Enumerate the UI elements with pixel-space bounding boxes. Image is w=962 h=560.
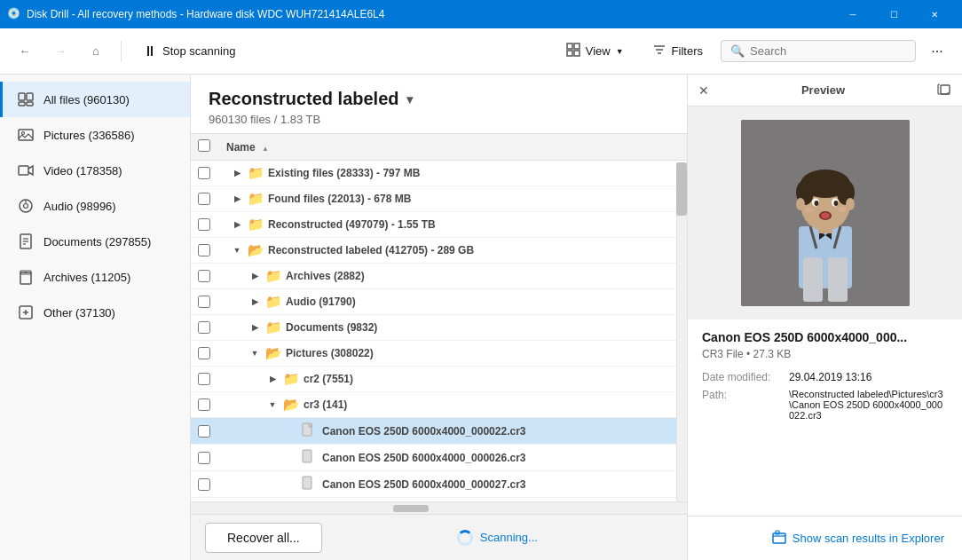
- svg-rect-13: [19, 166, 28, 175]
- search-input[interactable]: [750, 44, 892, 58]
- row-checkbox[interactable]: [198, 167, 210, 179]
- row-checkbox[interactable]: [198, 321, 210, 334]
- expand-icon[interactable]: ▼: [248, 346, 262, 360]
- vertical-scrollbar[interactable]: [676, 162, 687, 501]
- row-label: cr3 (141): [304, 398, 347, 411]
- table-row[interactable]: Canon EOS 250D 6000x4000_000027.cr3: [191, 471, 687, 498]
- table-row[interactable]: Canon EOS 250D 6000x4000_000026.cr3: [191, 445, 687, 471]
- table-row[interactable]: ▶ 📁 Audio (91790): [191, 289, 687, 315]
- table-row[interactable]: ▼ 📂 Reconstructed labeled (412705) - 289…: [191, 238, 687, 264]
- minimize-button[interactable]: ─: [832, 0, 873, 28]
- sidebar-item-pictures[interactable]: Pictures (336586): [0, 117, 190, 153]
- row-label: Reconstructed (497079) - 1.55 TB: [268, 218, 436, 231]
- cr3-file-icon: [301, 422, 315, 439]
- table-row[interactable]: Canon EOS 250D 6000x4000_000022.cr3: [191, 418, 687, 445]
- row-checkbox[interactable]: [198, 425, 210, 438]
- expand-icon[interactable]: ▶: [248, 269, 262, 283]
- scrollbar-thumb[interactable]: [676, 162, 687, 216]
- row-checkbox[interactable]: [198, 452, 210, 464]
- row-label: Canon EOS 250D 6000x4000_000027.cr3: [322, 478, 526, 491]
- folder-icon: 📂: [265, 345, 282, 361]
- table-row[interactable]: ▶ 📁 Found files (22013) - 678 MB: [191, 186, 687, 212]
- table-row[interactable]: ▶ 📁 Documents (9832): [191, 315, 687, 341]
- row-checkbox[interactable]: [198, 347, 210, 359]
- view-chevron-icon: ▼: [616, 47, 624, 56]
- more-button[interactable]: ···: [923, 37, 951, 66]
- expand-icon[interactable]: ▼: [265, 398, 280, 412]
- select-all-checkbox[interactable]: [198, 139, 210, 152]
- all-files-icon: [17, 91, 35, 108]
- path-value: \Reconstructed labeled\Pictures\cr3\Cano…: [789, 389, 948, 421]
- sidebar-item-archives[interactable]: Archives (11205): [0, 259, 190, 295]
- cr3-file-icon: [301, 449, 315, 466]
- stop-scanning-button[interactable]: ⏸ Stop scanning: [132, 38, 246, 65]
- sort-icon[interactable]: ▲: [262, 145, 269, 153]
- svg-rect-56: [773, 533, 785, 543]
- content-title-text: Reconstructed labeled: [209, 89, 399, 109]
- sidebar-item-other[interactable]: Other (37130): [0, 295, 190, 330]
- row-checkbox[interactable]: [198, 478, 210, 491]
- folder-icon: 📁: [265, 294, 282, 310]
- table-row[interactable]: ▶ 📁 Reconstructed (497079) - 1.55 TB: [191, 212, 687, 238]
- date-modified-label: Date modified:: [702, 371, 782, 383]
- horizontal-scrollbar[interactable]: [191, 501, 687, 514]
- content-subtitle: 960130 files / 1.83 TB: [209, 113, 669, 126]
- filters-button[interactable]: Filters: [642, 37, 714, 65]
- show-scan-results-button[interactable]: Show scan results in Explorer: [761, 524, 955, 553]
- cr3-file-icon: [301, 476, 315, 493]
- view-button[interactable]: View ▼: [556, 37, 635, 65]
- row-checkbox[interactable]: [198, 193, 210, 205]
- table-row[interactable]: ▼ 📂 cr3 (141): [191, 392, 687, 418]
- row-label: Pictures (308022): [286, 347, 374, 359]
- expand-icon[interactable]: ▶: [265, 372, 280, 386]
- dropdown-chevron-icon[interactable]: ▾: [406, 92, 413, 106]
- table-row[interactable]: ▶ 📁 Archives (2882): [191, 264, 687, 289]
- sidebar-item-audio[interactable]: Audio (98996): [0, 188, 190, 224]
- back-button[interactable]: ←: [11, 37, 39, 66]
- row-checkbox[interactable]: [198, 270, 210, 282]
- expand-icon[interactable]: ▶: [230, 217, 244, 232]
- folder-icon: 📁: [248, 191, 264, 207]
- row-checkbox[interactable]: [198, 244, 210, 256]
- row-checkbox[interactable]: [198, 373, 210, 385]
- file-tree-header: Name ▲: [191, 134, 687, 161]
- svg-rect-7: [19, 93, 25, 100]
- show-scan-results-label: Show scan results in Explorer: [792, 532, 944, 545]
- svg-rect-55: [818, 225, 832, 233]
- preview-copy-button[interactable]: [937, 82, 951, 99]
- table-row[interactable]: ▼ 📂 Pictures (308022): [191, 341, 687, 367]
- recover-all-button[interactable]: Recover all...: [205, 523, 322, 553]
- pause-icon: ⏸: [143, 43, 157, 59]
- bottom-bar: Recover all... Scanning...: [191, 514, 687, 560]
- table-row[interactable]: ▶ 📁 cr2 (7551): [191, 367, 687, 392]
- row-checkbox[interactable]: [198, 218, 210, 231]
- sidebar-item-documents[interactable]: Documents (297855): [0, 224, 190, 259]
- svg-rect-0: [567, 43, 572, 49]
- table-row[interactable]: ▶ 📁 Existing files (28333) - 797 MB: [191, 161, 687, 186]
- meta-path-row: Path: \Reconstructed labeled\Pictures\cr…: [702, 389, 948, 421]
- sidebar-label-documents: Documents (297855): [43, 235, 151, 248]
- sidebar-item-all-files[interactable]: All files (960130): [0, 82, 190, 117]
- expand-icon[interactable]: ▼: [230, 243, 244, 257]
- maximize-button[interactable]: ☐: [873, 0, 914, 28]
- home-button[interactable]: ⌂: [82, 37, 110, 66]
- sidebar-item-video[interactable]: Video (178358): [0, 153, 190, 188]
- folder-icon: 📁: [248, 217, 264, 233]
- svg-rect-8: [27, 93, 33, 100]
- preview-close-button[interactable]: ✕: [698, 83, 709, 98]
- sidebar-label-video: Video (178358): [43, 164, 122, 177]
- stop-scanning-label: Stop scanning: [162, 44, 235, 58]
- expand-icon[interactable]: ▶: [230, 192, 244, 206]
- expand-icon[interactable]: ▶: [248, 320, 262, 335]
- close-button[interactable]: ✕: [914, 0, 955, 28]
- expand-icon[interactable]: ▶: [230, 166, 244, 180]
- preview-panel: ✕ Preview: [687, 75, 962, 560]
- expand-icon[interactable]: ▶: [248, 295, 262, 309]
- hscroll-thumb[interactable]: [393, 505, 429, 512]
- search-box[interactable]: 🔍: [721, 40, 916, 62]
- row-checkbox[interactable]: [198, 398, 210, 411]
- svg-point-53: [796, 198, 805, 210]
- row-checkbox[interactable]: [198, 296, 210, 308]
- forward-button[interactable]: →: [46, 37, 75, 66]
- preview-image: [741, 120, 910, 306]
